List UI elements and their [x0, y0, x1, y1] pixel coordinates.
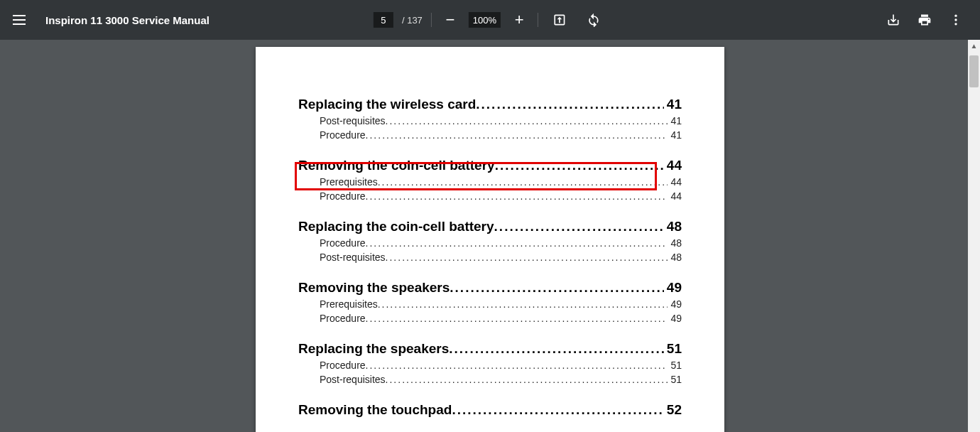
- document-title: Inspiron 11 3000 Service Manual: [45, 14, 209, 26]
- page-total: / 137: [402, 15, 423, 26]
- toolbar-left: Inspiron 11 3000 Service Manual: [11, 11, 209, 28]
- rotate-icon[interactable]: [581, 7, 606, 33]
- divider: [431, 13, 432, 27]
- print-icon[interactable]: [912, 7, 937, 33]
- divider: [538, 13, 538, 27]
- fit-to-page-icon[interactable]: [547, 7, 572, 33]
- svg-point-0: [954, 15, 957, 17]
- toolbar-right: [881, 7, 969, 33]
- zoom-level[interactable]: 100%: [469, 12, 501, 28]
- menu-icon[interactable]: [11, 11, 28, 28]
- download-icon[interactable]: [881, 7, 906, 33]
- pdf-toolbar: Inspiron 11 3000 Service Manual / 137 − …: [0, 0, 980, 40]
- svg-point-2: [954, 23, 957, 25]
- page-number-input[interactable]: [374, 12, 393, 28]
- toolbar-center: / 137 − 100% +: [374, 7, 606, 33]
- more-icon[interactable]: [943, 7, 969, 33]
- zoom-out-button[interactable]: −: [440, 10, 460, 30]
- zoom-in-button[interactable]: +: [509, 10, 529, 30]
- svg-point-1: [954, 18, 957, 21]
